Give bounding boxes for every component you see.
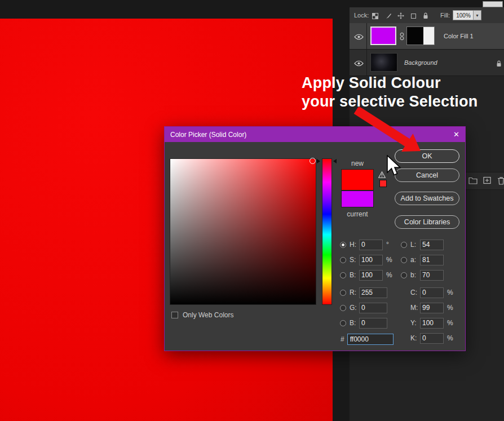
field-input-b2[interactable] <box>359 318 387 329</box>
hue-slider[interactable] <box>322 158 332 305</box>
field-unit-m: % <box>447 304 453 312</box>
field-label-l: L: <box>410 241 420 249</box>
delete-layer-trash-icon[interactable] <box>497 176 504 187</box>
field-row-l: L: <box>401 239 447 250</box>
field-row-b3: b: <box>401 269 447 281</box>
field-input-k[interactable] <box>420 333 444 344</box>
layer-name[interactable]: Background <box>404 59 437 66</box>
field-input-h[interactable] <box>359 240 383 250</box>
current-color-swatch[interactable] <box>341 190 374 207</box>
layer-row-background[interactable]: Background <box>350 50 504 76</box>
radio-b2[interactable] <box>340 320 346 326</box>
add-to-swatches-button[interactable]: Add to Swatches <box>395 192 459 205</box>
lock-all-icon[interactable] <box>422 12 430 20</box>
hex-prefix-label: # <box>341 335 344 343</box>
mask-black-area <box>407 27 423 45</box>
field-label-g: G: <box>350 304 359 312</box>
radio-s[interactable] <box>340 257 346 263</box>
saturation-brightness-field[interactable] <box>170 158 316 305</box>
layer-locked-icon <box>496 59 502 69</box>
hex-field-row: # <box>341 334 394 345</box>
fill-dropdown-arrow-icon[interactable]: ▾ <box>473 10 481 20</box>
visibility-eye-icon[interactable] <box>354 59 364 65</box>
field-row-y: Y: % <box>401 317 453 329</box>
radio-h[interactable] <box>340 242 346 248</box>
new-layer-icon[interactable] <box>483 176 491 187</box>
field-input-g[interactable] <box>359 303 387 313</box>
lock-position-move-icon[interactable] <box>397 12 405 20</box>
field-label-r: R: <box>350 289 359 296</box>
radio-g[interactable] <box>340 305 346 311</box>
field-unit-k: % <box>447 334 453 342</box>
only-web-colors-row: Only Web Colors <box>171 311 233 319</box>
panel-top-strip <box>350 0 504 7</box>
current-color-label: current <box>337 210 378 218</box>
layers-lock-bar: Lock: Fill: 100% ▾ <box>350 7 504 24</box>
field-label-a: a: <box>410 256 420 264</box>
field-unit-b: % <box>386 271 392 279</box>
layer-mask-thumbnail[interactable] <box>406 26 435 45</box>
field-row-m: M: % <box>401 302 453 313</box>
field-input-c[interactable] <box>420 287 444 298</box>
field-label-b3: b: <box>410 271 420 279</box>
field-label-k: K: <box>410 334 420 342</box>
radio-b[interactable] <box>340 272 346 278</box>
field-input-b3[interactable] <box>420 270 444 281</box>
field-row-b2: B: <box>340 317 391 329</box>
layer-name[interactable]: Color Fill 1 <box>444 33 474 39</box>
color-libraries-button[interactable]: Color Libraries <box>395 215 459 229</box>
field-unit-y: % <box>447 319 453 327</box>
only-web-colors-checkbox[interactable] <box>171 312 178 318</box>
color-field-marker[interactable] <box>310 158 316 164</box>
field-unit-s: % <box>386 256 392 264</box>
cancel-button[interactable]: Cancel <box>395 169 459 182</box>
field-input-y[interactable] <box>420 318 444 329</box>
field-row-a: a: <box>401 254 447 265</box>
hue-slider-left-arrow[interactable] <box>317 159 320 163</box>
field-label-h: H: <box>350 241 359 249</box>
mouse-cursor <box>386 155 401 180</box>
radio-a[interactable] <box>401 257 407 263</box>
field-input-s[interactable] <box>359 255 383 265</box>
field-label-b2: B: <box>350 319 359 327</box>
row-divider <box>366 50 367 76</box>
field-label-m: M: <box>410 304 420 312</box>
radio-l[interactable] <box>401 242 407 248</box>
hex-input[interactable] <box>347 334 394 345</box>
field-label-b: B: <box>350 271 359 279</box>
field-row-b: B: % <box>340 269 392 281</box>
field-row-h: H: ° <box>340 239 389 250</box>
field-input-r[interactable] <box>359 287 387 298</box>
field-input-m[interactable] <box>420 303 444 313</box>
hue-slider-right-arrow[interactable] <box>333 159 337 163</box>
field-unit-h: ° <box>386 241 389 249</box>
field-input-b[interactable] <box>359 270 383 281</box>
new-group-folder-icon[interactable] <box>468 176 478 187</box>
radio-b3[interactable] <box>401 272 407 278</box>
background-layer-thumbnail[interactable] <box>370 53 397 72</box>
mask-link-icon[interactable] <box>400 32 404 43</box>
only-web-colors-label: Only Web Colors <box>183 311 233 319</box>
close-icon[interactable]: ✕ <box>453 130 459 139</box>
mask-white-area <box>423 27 434 45</box>
lock-label: Lock: <box>354 12 369 19</box>
field-label-y: Y: <box>410 319 420 327</box>
lock-transparency-icon[interactable] <box>371 12 379 20</box>
fill-layer-thumbnail[interactable] <box>370 26 396 45</box>
field-row-g: G: <box>340 302 391 313</box>
visibility-eye-icon[interactable] <box>354 32 364 39</box>
gamut-warning-icon[interactable] <box>378 170 386 180</box>
radio-r[interactable] <box>340 290 346 296</box>
field-row-c: C: % <box>401 287 453 298</box>
field-row-k: K: % <box>401 333 453 344</box>
field-input-a[interactable] <box>420 255 444 265</box>
lock-pixels-brush-icon[interactable] <box>384 12 392 20</box>
field-label-c: C: <box>410 289 420 296</box>
new-color-swatch <box>341 169 374 190</box>
field-input-l[interactable] <box>420 240 444 250</box>
lock-artboard-icon[interactable] <box>409 12 417 20</box>
fill-label: Fill: <box>440 12 450 19</box>
gamut-closest-color-swatch[interactable] <box>379 180 387 187</box>
fill-value-box[interactable]: 100% <box>453 10 474 20</box>
layer-row-color-fill[interactable]: Color Fill 1 <box>350 23 504 50</box>
